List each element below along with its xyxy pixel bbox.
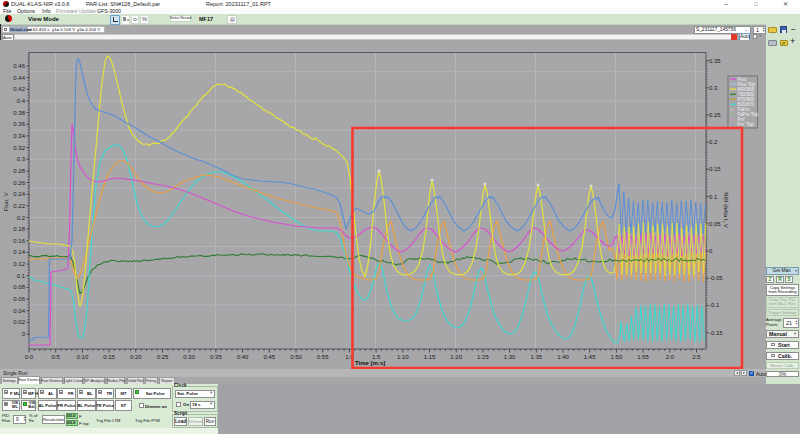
svg-text:Fm' Top: Fm' Top <box>738 122 755 127</box>
svg-text:0:30: 0:30 <box>183 354 195 360</box>
svg-text:0.32: 0.32 <box>13 145 25 151</box>
svg-text:1:30: 1:30 <box>504 354 516 360</box>
svg-text:0:40: 0:40 <box>237 354 249 360</box>
svg-text:0:5: 0:5 <box>52 354 61 360</box>
svg-text:0.42: 0.42 <box>13 86 25 92</box>
svg-text:NIR delta I, V: NIR delta I, V <box>723 192 729 228</box>
svg-text:0.1: 0.1 <box>17 273 26 279</box>
svg-text:0.25: 0.25 <box>709 112 721 118</box>
svg-text:2:0: 2:0 <box>666 354 675 360</box>
svg-text:1:55: 1:55 <box>637 354 649 360</box>
svg-text:0.02: 0.02 <box>13 319 25 325</box>
svg-text:0:25: 0:25 <box>157 354 169 360</box>
svg-text:0.46: 0.46 <box>13 63 25 69</box>
svg-text:+: + <box>730 121 733 127</box>
svg-text:1:25: 1:25 <box>477 354 489 360</box>
svg-text:1:40: 1:40 <box>557 354 569 360</box>
svg-text:0:35: 0:35 <box>210 354 222 360</box>
svg-text:0:20: 0:20 <box>130 354 142 360</box>
svg-text:1:15: 1:15 <box>424 354 436 360</box>
svg-text:0.05: 0.05 <box>709 221 721 227</box>
svg-text:0:15: 0:15 <box>103 354 115 360</box>
svg-text:1:5: 1:5 <box>372 354 381 360</box>
svg-text:0.1: 0.1 <box>709 194 718 200</box>
svg-text:0:50: 0:50 <box>290 354 302 360</box>
svg-text:1:20: 1:20 <box>450 354 462 360</box>
svg-text:2:5: 2:5 <box>692 354 701 360</box>
svg-text:1:35: 1:35 <box>530 354 542 360</box>
svg-text:-0.1: -0.1 <box>709 302 720 308</box>
svg-text:1:45: 1:45 <box>584 354 596 360</box>
svg-text:0.24: 0.24 <box>13 191 25 197</box>
svg-text:0.34: 0.34 <box>13 133 25 139</box>
svg-text:0:0: 0:0 <box>25 354 34 360</box>
svg-text:Time [m:s]: Time [m:s] <box>355 360 385 366</box>
svg-text:0:10: 0:10 <box>77 354 89 360</box>
svg-text:0.38: 0.38 <box>13 110 25 116</box>
svg-text:0.26: 0.26 <box>13 180 25 186</box>
svg-text:Fluo, V: Fluo, V <box>3 192 9 211</box>
svg-text:0.22: 0.22 <box>13 203 25 209</box>
svg-text:0.2: 0.2 <box>709 139 718 145</box>
svg-text:-0.05: -0.05 <box>709 275 723 281</box>
svg-text:0.06: 0.06 <box>13 296 25 302</box>
svg-text:0.36: 0.36 <box>13 121 25 127</box>
svg-text:0:55: 0:55 <box>317 354 329 360</box>
svg-text:-0.15: -0.15 <box>709 330 723 336</box>
svg-text:0.18: 0.18 <box>13 226 25 232</box>
svg-text:0.12: 0.12 <box>13 261 25 267</box>
svg-text:0.16: 0.16 <box>13 238 25 244</box>
svg-text:0.3: 0.3 <box>709 85 718 91</box>
svg-text:0.4: 0.4 <box>17 98 26 104</box>
svg-text:0.28: 0.28 <box>13 168 25 174</box>
svg-text:0.15: 0.15 <box>709 166 721 172</box>
svg-text:0.04: 0.04 <box>13 308 25 314</box>
svg-text:0.44: 0.44 <box>13 75 25 81</box>
svg-text:1:50: 1:50 <box>611 354 623 360</box>
svg-text:0.08: 0.08 <box>13 284 25 290</box>
svg-text:0.2: 0.2 <box>17 215 26 221</box>
svg-text:1:10: 1:10 <box>397 354 409 360</box>
svg-text:0:45: 0:45 <box>263 354 275 360</box>
svg-text:0.14: 0.14 <box>13 249 25 255</box>
svg-text:0.35: 0.35 <box>709 58 721 64</box>
svg-text:0.3: 0.3 <box>17 156 26 162</box>
